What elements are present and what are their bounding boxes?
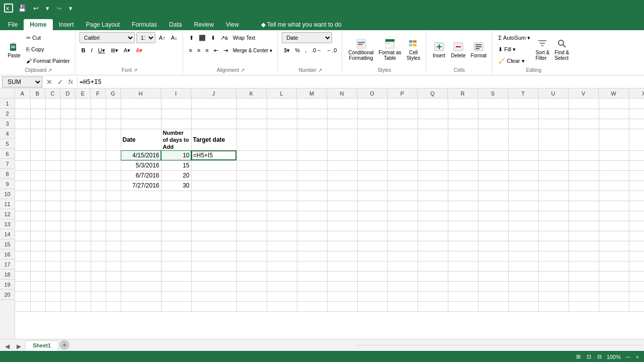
redo-button[interactable]: ↪ xyxy=(54,4,64,13)
cell-H8[interactable]: 7/27/2016 xyxy=(121,180,161,191)
cell-D20[interactable] xyxy=(60,301,75,311)
cell-A10[interactable] xyxy=(15,201,30,211)
row-header-7[interactable]: 7 xyxy=(0,159,15,169)
cell-K10[interactable] xyxy=(236,201,267,211)
cell-F15[interactable] xyxy=(91,251,106,261)
cell-U15[interactable] xyxy=(538,251,569,261)
qat-customize[interactable]: ▾ xyxy=(67,4,74,13)
cell-U14[interactable] xyxy=(538,241,569,251)
conditional-formatting-button[interactable]: ConditionalFormatting xyxy=(346,37,375,62)
cell-M18[interactable] xyxy=(297,281,327,291)
cell-R19[interactable] xyxy=(448,291,478,301)
row-header-14[interactable]: 14 xyxy=(0,229,15,239)
cell-U17[interactable] xyxy=(538,271,569,281)
cell-W5[interactable] xyxy=(599,150,629,160)
cell-Q14[interactable] xyxy=(418,241,448,251)
cell-A8[interactable] xyxy=(15,180,30,191)
cell-I14[interactable] xyxy=(161,241,191,251)
cell-E1[interactable] xyxy=(75,99,91,109)
cell-F4[interactable] xyxy=(91,129,106,150)
cell-I19[interactable] xyxy=(161,291,191,301)
cell-L15[interactable] xyxy=(267,251,297,261)
cell-H9[interactable] xyxy=(121,191,161,201)
cell-R4[interactable] xyxy=(448,129,478,150)
cell-C6[interactable] xyxy=(45,160,60,170)
cell-O15[interactable] xyxy=(357,251,387,261)
tab-file[interactable]: File xyxy=(2,19,24,30)
cell-M12[interactable] xyxy=(297,221,327,231)
cell-E10[interactable] xyxy=(75,201,91,211)
cell-P9[interactable] xyxy=(387,191,418,201)
cell-G19[interactable] xyxy=(106,291,121,301)
cell-H5[interactable]: 4/15/2016 xyxy=(121,150,161,160)
font-size-dropdown[interactable]: 11 xyxy=(136,32,155,43)
cell-X20[interactable] xyxy=(629,301,644,311)
cell-X8[interactable] xyxy=(629,180,644,191)
tab-pagelayout[interactable]: Page Layout xyxy=(80,19,126,30)
cell-A9[interactable] xyxy=(15,191,30,201)
cell-O4[interactable] xyxy=(357,129,387,150)
cell-S18[interactable] xyxy=(478,281,508,291)
cell-M2[interactable] xyxy=(297,109,327,119)
cell-K4[interactable] xyxy=(236,129,267,150)
cell-F10[interactable] xyxy=(91,201,106,211)
row-header-6[interactable]: 6 xyxy=(0,149,15,159)
cell-W10[interactable] xyxy=(599,201,629,211)
row-header-13[interactable]: 13 xyxy=(0,219,15,229)
comma-button[interactable]: , xyxy=(303,45,308,56)
cell-E15[interactable] xyxy=(75,251,91,261)
cell-J17[interactable] xyxy=(191,271,236,281)
cell-N8[interactable] xyxy=(327,180,357,191)
cell-X18[interactable] xyxy=(629,281,644,291)
border-button[interactable]: ⊞▾ xyxy=(109,45,120,56)
cell-T16[interactable] xyxy=(508,261,538,271)
cell-C5[interactable] xyxy=(45,150,60,160)
tab-formulas[interactable]: Formulas xyxy=(126,19,163,30)
cell-P18[interactable] xyxy=(387,281,418,291)
cell-B6[interactable] xyxy=(30,160,45,170)
cell-P19[interactable] xyxy=(387,291,418,301)
cell-M16[interactable] xyxy=(297,261,327,271)
cell-S20[interactable] xyxy=(478,301,508,311)
cell-X11[interactable] xyxy=(629,211,644,221)
cell-D14[interactable] xyxy=(60,241,75,251)
cell-H2[interactable] xyxy=(121,109,161,119)
cell-I15[interactable] xyxy=(161,251,191,261)
cell-W8[interactable] xyxy=(599,180,629,191)
cell-V13[interactable] xyxy=(569,231,599,241)
cell-O17[interactable] xyxy=(357,271,387,281)
cell-O8[interactable] xyxy=(357,180,387,191)
cell-V3[interactable] xyxy=(569,119,599,129)
cell-I16[interactable] xyxy=(161,261,191,271)
cell-J1[interactable] xyxy=(191,99,236,109)
cell-U7[interactable] xyxy=(538,170,569,180)
cell-J19[interactable] xyxy=(191,291,236,301)
cell-B19[interactable] xyxy=(30,291,45,301)
cell-A13[interactable] xyxy=(15,231,30,241)
cell-L10[interactable] xyxy=(267,201,297,211)
cell-X19[interactable] xyxy=(629,291,644,301)
cell-G5[interactable] xyxy=(106,150,121,160)
cell-H16[interactable] xyxy=(121,261,161,271)
decrease-indent-button[interactable]: ⇤ xyxy=(212,45,220,56)
cell-U11[interactable] xyxy=(538,211,569,221)
cell-E17[interactable] xyxy=(75,271,91,281)
cell-L2[interactable] xyxy=(267,109,297,119)
cell-H11[interactable] xyxy=(121,211,161,221)
cell-F11[interactable] xyxy=(91,211,106,221)
cell-L5[interactable] xyxy=(267,150,297,160)
cell-G7[interactable] xyxy=(106,170,121,180)
cell-D18[interactable] xyxy=(60,281,75,291)
cell-G10[interactable] xyxy=(106,201,121,211)
cell-W9[interactable] xyxy=(599,191,629,201)
cell-E11[interactable] xyxy=(75,211,91,221)
cell-L16[interactable] xyxy=(267,261,297,271)
cell-Q15[interactable] xyxy=(418,251,448,261)
cut-button[interactable]: ✂ Cut xyxy=(24,32,72,43)
align-bottom-button[interactable]: ⬇ xyxy=(209,32,217,43)
format-as-table-button[interactable]: Format asTable xyxy=(377,37,404,62)
cell-U1[interactable] xyxy=(538,99,569,109)
cell-N12[interactable] xyxy=(327,221,357,231)
cell-X7[interactable] xyxy=(629,170,644,180)
cell-U18[interactable] xyxy=(538,281,569,291)
